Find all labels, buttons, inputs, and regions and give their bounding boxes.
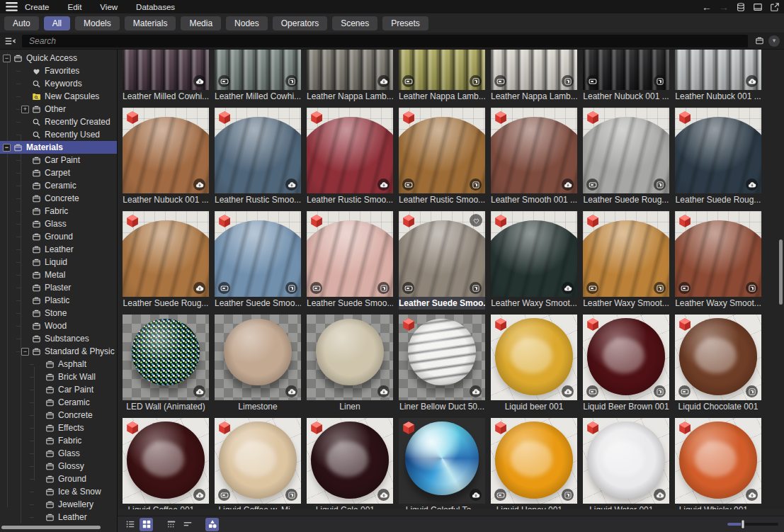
cloud-download-icon[interactable] [746, 179, 758, 191]
material-item-liquid-coffee-001[interactable]: Liquid Coffee 001 ... [123, 418, 209, 509]
card-icon[interactable] [218, 282, 230, 294]
tab-media[interactable]: Media [181, 16, 221, 30]
cloud-download-icon[interactable] [193, 489, 205, 501]
sidebar-item-other[interactable]: +Other [0, 103, 117, 115]
material-item-leather-nubuck-001[interactable]: Leather Nubuck 001 ... [675, 50, 761, 103]
material-item-liquid-colorful-to[interactable]: Liquid Colorful To... [399, 418, 485, 509]
material-item-leather-suede-roug[interactable]: Leather Suede Roug... [583, 108, 669, 206]
shapes-filter-button[interactable] [205, 518, 219, 531]
sidebar-item-plaster[interactable]: Plaster [0, 281, 117, 294]
thumbnail-size-slider[interactable] [727, 523, 778, 526]
collapse-sidebar-icon[interactable] [4, 36, 16, 46]
search-options-dropdown[interactable]: ▾ [768, 35, 780, 47]
card-icon[interactable] [494, 489, 506, 501]
grid-vertical-scrollbar[interactable] [779, 239, 783, 305]
sidebar-item-concrete[interactable]: Concrete [0, 409, 117, 421]
tab-models[interactable]: Models [75, 16, 120, 30]
card-icon[interactable] [678, 385, 691, 397]
cloud-download-icon[interactable] [746, 75, 758, 87]
material-item-leather-rustic-smoo[interactable]: Leather Rustic Smoo... [399, 108, 485, 206]
material-item-linen[interactable]: Linen [307, 315, 393, 413]
tab-scenes[interactable]: Scenes [332, 16, 377, 30]
book-icon[interactable] [654, 385, 666, 397]
sidebar-item-favorites[interactable]: Favorites [0, 64, 117, 77]
material-item-leather-smooth-001[interactable]: Leather Smooth 001 ... [491, 108, 577, 206]
sidebar-item-glass[interactable]: Glass [0, 217, 117, 230]
sidebar-item-ceramic[interactable]: Ceramic [0, 396, 117, 409]
cloud-download-icon[interactable] [193, 179, 205, 191]
material-item-leather-nappa-lamb[interactable]: Leather Nappa Lamb... [307, 50, 393, 103]
material-item-leather-waxy-smoot[interactable]: Leather Waxy Smoot... [675, 211, 761, 310]
grid-view-button[interactable] [140, 518, 153, 531]
sidebar-item-brick-wall[interactable]: Brick Wall [0, 370, 117, 383]
book-icon[interactable] [562, 489, 574, 501]
cloud-download-icon[interactable] [562, 282, 574, 294]
collapse-box-icon[interactable]: − [3, 55, 11, 62]
sidebar-item-standard-physic[interactable]: −Standard & Physic [0, 345, 117, 358]
sidebar-item-concrete[interactable]: Concrete [0, 192, 117, 205]
cloud-download-icon[interactable] [562, 179, 574, 191]
material-item-liquid-honey-001[interactable]: Liquid Honey 001 ... [491, 418, 577, 509]
material-item-leather-nappa-lamb[interactable]: Leather Nappa Lamb... [399, 50, 485, 103]
book-icon[interactable] [470, 75, 482, 87]
sidebar-item-metal[interactable]: Metal [0, 268, 117, 281]
sidebar-item-substances[interactable]: Substances [0, 332, 117, 345]
tab-presets[interactable]: Presets [382, 16, 428, 30]
expand-box-icon[interactable]: + [21, 106, 29, 113]
book-icon[interactable] [562, 75, 574, 87]
sidebar-item-fabric[interactable]: Fabric [0, 434, 117, 447]
sidebar-item-plastic[interactable]: Plastic [0, 294, 117, 307]
card-icon[interactable] [678, 282, 691, 294]
material-item-leather-rustic-smoo[interactable]: Leather Rustic Smoo... [215, 108, 301, 206]
material-item-leather-nubuck-001[interactable]: Leather Nubuck 001 ... [123, 108, 209, 206]
sidebar-item-leather[interactable]: Leather [0, 511, 117, 523]
card-icon[interactable] [586, 385, 598, 397]
material-item-led-wall-animated[interactable]: LED Wall (Animated) [123, 315, 209, 413]
detail-view-button[interactable] [164, 518, 178, 531]
cloud-download-icon[interactable] [377, 489, 390, 501]
cloud-download-icon[interactable] [654, 489, 666, 501]
sidebar-item-ground[interactable]: Ground [0, 472, 117, 485]
compact-view-button[interactable] [181, 518, 194, 531]
window-icon[interactable] [753, 2, 763, 12]
external-link-icon[interactable] [770, 2, 780, 12]
sidebar-item-asphalt[interactable]: Asphalt [0, 358, 117, 370]
sidebar-item-liquid[interactable]: Liquid [0, 256, 117, 268]
sidebar-item-jewellery[interactable]: Jewellery [0, 498, 117, 511]
book-icon[interactable] [746, 385, 758, 397]
menu-item-create[interactable]: Create [25, 3, 50, 11]
tab-all[interactable]: All [44, 16, 70, 30]
search-input[interactable] [22, 36, 748, 46]
sidebar-item-glass[interactable]: Glass [0, 447, 117, 460]
card-icon[interactable] [586, 282, 598, 294]
material-item-leather-suede-smoo[interactable]: Leather Suede Smoo... [399, 211, 485, 310]
card-icon[interactable] [402, 179, 414, 191]
cloud-download-icon[interactable] [285, 385, 297, 397]
material-item-liquid-cola-001[interactable]: Liquid Cola 001 ... [307, 418, 393, 509]
menu-item-view[interactable]: View [100, 3, 118, 11]
database-icon[interactable] [736, 2, 746, 12]
card-icon[interactable] [218, 489, 230, 501]
menu-item-edit[interactable]: Edit [68, 3, 82, 11]
sidebar-item-car-paint[interactable]: Car Paint [0, 383, 117, 396]
material-item-leather-milled-cowhi[interactable]: Leather Milled Cowhi... [123, 50, 209, 103]
material-item-leather-waxy-smoot[interactable]: Leather Waxy Smoot... [491, 211, 577, 310]
cloud-download-icon[interactable] [377, 75, 390, 87]
material-item-leather-nubuck-001[interactable]: Leather Nubuck 001 ... [583, 50, 669, 103]
sidebar-item-leather[interactable]: Leather [0, 243, 117, 256]
book-icon[interactable] [470, 179, 482, 191]
material-item-leather-suede-smoo[interactable]: Leather Suede Smoo... [307, 211, 393, 310]
sidebar-item-ground[interactable]: Ground [0, 230, 117, 243]
cloud-download-icon[interactable] [470, 489, 482, 501]
card-icon[interactable] [310, 282, 322, 294]
cloud-download-icon[interactable] [562, 385, 574, 397]
collapse-box-icon[interactable]: − [3, 144, 11, 152]
collapse-box-icon[interactable]: − [21, 348, 29, 356]
card-icon[interactable] [494, 75, 506, 87]
sidebar-item-ice-snow[interactable]: Ice & Snow [0, 485, 117, 498]
slider-knob[interactable] [741, 520, 744, 529]
material-item-liquid-beer-001[interactable]: Liquid beer 001 [491, 315, 577, 413]
sidebar-item-recently-used[interactable]: Recently Used [0, 128, 117, 141]
favorite-heart-icon[interactable] [470, 214, 482, 227]
material-item-leather-milled-cowhi[interactable]: Leather Milled Cowhi... [215, 50, 301, 103]
